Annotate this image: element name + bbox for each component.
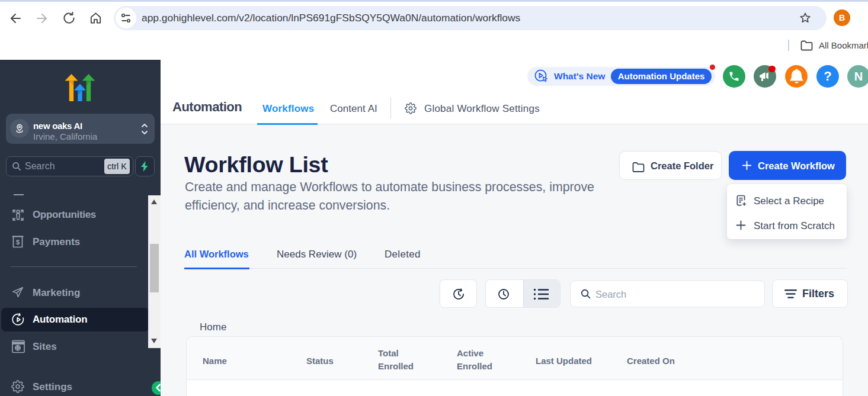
svg-text:$: $: [16, 239, 20, 246]
